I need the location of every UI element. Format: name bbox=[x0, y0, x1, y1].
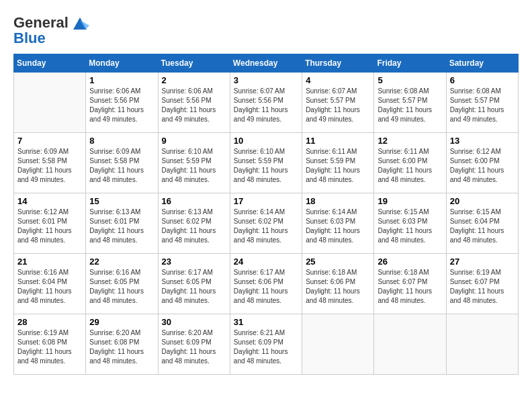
day-number: 26 bbox=[378, 257, 442, 267]
calendar-header: SundayMondayTuesdayWednesdayThursdayFrid… bbox=[14, 54, 519, 73]
day-number: 21 bbox=[17, 257, 82, 267]
logo-icon bbox=[71, 13, 89, 32]
calendar-cell: 19Sunrise: 6:15 AMSunset: 6:03 PMDayligh… bbox=[374, 193, 446, 254]
day-info: Sunrise: 6:13 AMSunset: 6:02 PMDaylight:… bbox=[162, 208, 226, 245]
calendar-cell: 18Sunrise: 6:14 AMSunset: 6:03 PMDayligh… bbox=[302, 193, 374, 254]
day-number: 9 bbox=[162, 136, 226, 146]
day-info: Sunrise: 6:18 AMSunset: 6:07 PMDaylight:… bbox=[378, 268, 442, 306]
day-info: Sunrise: 6:17 AMSunset: 6:05 PMDaylight:… bbox=[162, 268, 226, 306]
day-info: Sunrise: 6:21 AMSunset: 6:09 PMDaylight:… bbox=[234, 328, 298, 366]
day-info: Sunrise: 6:09 AMSunset: 5:58 PMDaylight:… bbox=[17, 147, 82, 185]
day-info: Sunrise: 6:17 AMSunset: 6:06 PMDaylight:… bbox=[234, 268, 298, 306]
calendar-cell: 8Sunrise: 6:09 AMSunset: 5:58 PMDaylight… bbox=[86, 133, 158, 193]
day-number: 2 bbox=[162, 75, 226, 85]
calendar-cell: 29Sunrise: 6:20 AMSunset: 6:08 PMDayligh… bbox=[86, 314, 158, 375]
calendar-cell: 27Sunrise: 6:19 AMSunset: 6:07 PMDayligh… bbox=[446, 254, 518, 314]
calendar-cell: 10Sunrise: 6:10 AMSunset: 5:59 PMDayligh… bbox=[230, 133, 302, 193]
weekday-header-thursday: Thursday bbox=[302, 54, 374, 73]
calendar-cell: 11Sunrise: 6:11 AMSunset: 5:59 PMDayligh… bbox=[302, 133, 374, 193]
day-number: 29 bbox=[89, 317, 154, 327]
calendar-cell bbox=[446, 314, 518, 375]
day-info: Sunrise: 6:15 AMSunset: 6:04 PMDaylight:… bbox=[450, 208, 515, 245]
weekday-header-friday: Friday bbox=[374, 54, 446, 73]
calendar-cell bbox=[374, 314, 446, 375]
day-info: Sunrise: 6:11 AMSunset: 5:59 PMDaylight:… bbox=[306, 147, 370, 185]
weekday-header-wednesday: Wednesday bbox=[230, 54, 302, 73]
day-number: 31 bbox=[234, 317, 298, 327]
weekday-header-sunday: Sunday bbox=[14, 54, 86, 73]
calendar-cell: 5Sunrise: 6:08 AMSunset: 5:57 PMDaylight… bbox=[374, 73, 446, 133]
day-number: 15 bbox=[89, 196, 154, 206]
day-number: 30 bbox=[162, 317, 226, 327]
calendar-cell: 15Sunrise: 6:13 AMSunset: 6:01 PMDayligh… bbox=[86, 193, 158, 254]
day-info: Sunrise: 6:11 AMSunset: 6:00 PMDaylight:… bbox=[378, 147, 442, 185]
calendar-cell: 1Sunrise: 6:06 AMSunset: 5:56 PMDaylight… bbox=[86, 73, 158, 133]
day-number: 19 bbox=[378, 196, 442, 206]
weekday-header-saturday: Saturday bbox=[446, 54, 518, 73]
calendar-cell: 22Sunrise: 6:16 AMSunset: 6:05 PMDayligh… bbox=[86, 254, 158, 314]
day-info: Sunrise: 6:15 AMSunset: 6:03 PMDaylight:… bbox=[378, 208, 442, 245]
day-info: Sunrise: 6:09 AMSunset: 5:58 PMDaylight:… bbox=[89, 147, 154, 185]
day-number: 13 bbox=[450, 136, 515, 146]
day-number: 11 bbox=[306, 136, 370, 146]
day-number: 18 bbox=[306, 196, 370, 206]
day-number: 3 bbox=[234, 75, 298, 85]
calendar-cell: 28Sunrise: 6:19 AMSunset: 6:08 PMDayligh… bbox=[14, 314, 86, 375]
calendar-cell: 21Sunrise: 6:16 AMSunset: 6:04 PMDayligh… bbox=[14, 254, 86, 314]
day-info: Sunrise: 6:16 AMSunset: 6:04 PMDaylight:… bbox=[17, 268, 82, 306]
calendar-cell: 3Sunrise: 6:07 AMSunset: 5:56 PMDaylight… bbox=[230, 73, 302, 133]
day-info: Sunrise: 6:12 AMSunset: 6:00 PMDaylight:… bbox=[450, 147, 515, 185]
calendar-cell: 12Sunrise: 6:11 AMSunset: 6:00 PMDayligh… bbox=[374, 133, 446, 193]
day-number: 12 bbox=[378, 136, 442, 146]
day-info: Sunrise: 6:06 AMSunset: 5:56 PMDaylight:… bbox=[162, 87, 226, 124]
calendar-cell: 14Sunrise: 6:12 AMSunset: 6:01 PMDayligh… bbox=[14, 193, 86, 254]
calendar-cell: 17Sunrise: 6:14 AMSunset: 6:02 PMDayligh… bbox=[230, 193, 302, 254]
calendar-cell: 24Sunrise: 6:17 AMSunset: 6:06 PMDayligh… bbox=[230, 254, 302, 314]
calendar-cell: 9Sunrise: 6:10 AMSunset: 5:59 PMDaylight… bbox=[158, 133, 230, 193]
day-info: Sunrise: 6:13 AMSunset: 6:01 PMDaylight:… bbox=[89, 208, 154, 245]
day-number: 16 bbox=[162, 196, 226, 206]
day-number: 7 bbox=[17, 136, 82, 146]
day-info: Sunrise: 6:16 AMSunset: 6:05 PMDaylight:… bbox=[89, 268, 154, 306]
calendar-cell: 20Sunrise: 6:15 AMSunset: 6:04 PMDayligh… bbox=[446, 193, 518, 254]
day-number: 14 bbox=[17, 196, 82, 206]
weekday-header-monday: Monday bbox=[86, 54, 158, 73]
page-header: General Blue bbox=[13, 13, 519, 47]
day-info: Sunrise: 6:19 AMSunset: 6:08 PMDaylight:… bbox=[17, 328, 82, 366]
day-number: 4 bbox=[306, 75, 370, 85]
day-info: Sunrise: 6:07 AMSunset: 5:56 PMDaylight:… bbox=[234, 87, 298, 124]
day-info: Sunrise: 6:06 AMSunset: 5:56 PMDaylight:… bbox=[89, 87, 154, 124]
day-info: Sunrise: 6:08 AMSunset: 5:57 PMDaylight:… bbox=[450, 87, 515, 124]
day-number: 10 bbox=[234, 136, 298, 146]
calendar-cell: 7Sunrise: 6:09 AMSunset: 5:58 PMDaylight… bbox=[14, 133, 86, 193]
calendar-cell: 31Sunrise: 6:21 AMSunset: 6:09 PMDayligh… bbox=[230, 314, 302, 375]
calendar-cell: 25Sunrise: 6:18 AMSunset: 6:06 PMDayligh… bbox=[302, 254, 374, 314]
day-info: Sunrise: 6:12 AMSunset: 6:01 PMDaylight:… bbox=[17, 208, 82, 245]
day-number: 25 bbox=[306, 257, 370, 267]
day-info: Sunrise: 6:20 AMSunset: 6:08 PMDaylight:… bbox=[89, 328, 154, 366]
calendar-cell: 2Sunrise: 6:06 AMSunset: 5:56 PMDaylight… bbox=[158, 73, 230, 133]
day-info: Sunrise: 6:07 AMSunset: 5:57 PMDaylight:… bbox=[306, 87, 370, 124]
calendar-cell: 30Sunrise: 6:20 AMSunset: 6:09 PMDayligh… bbox=[158, 314, 230, 375]
calendar-cell: 26Sunrise: 6:18 AMSunset: 6:07 PMDayligh… bbox=[374, 254, 446, 314]
day-number: 1 bbox=[89, 75, 154, 85]
calendar-cell: 13Sunrise: 6:12 AMSunset: 6:00 PMDayligh… bbox=[446, 133, 518, 193]
logo: General Blue bbox=[13, 13, 89, 47]
day-number: 20 bbox=[450, 196, 515, 206]
day-number: 24 bbox=[234, 257, 298, 267]
day-number: 5 bbox=[378, 75, 442, 85]
day-number: 28 bbox=[17, 317, 82, 327]
calendar-cell bbox=[14, 73, 86, 133]
calendar-cell: 23Sunrise: 6:17 AMSunset: 6:05 PMDayligh… bbox=[158, 254, 230, 314]
calendar-cell: 6Sunrise: 6:08 AMSunset: 5:57 PMDaylight… bbox=[446, 73, 518, 133]
day-number: 27 bbox=[450, 257, 515, 267]
day-info: Sunrise: 6:20 AMSunset: 6:09 PMDaylight:… bbox=[162, 328, 226, 366]
day-number: 23 bbox=[162, 257, 226, 267]
day-info: Sunrise: 6:14 AMSunset: 6:03 PMDaylight:… bbox=[306, 208, 370, 245]
day-info: Sunrise: 6:10 AMSunset: 5:59 PMDaylight:… bbox=[162, 147, 226, 185]
calendar-cell bbox=[302, 314, 374, 375]
day-info: Sunrise: 6:10 AMSunset: 5:59 PMDaylight:… bbox=[234, 147, 298, 185]
day-number: 6 bbox=[450, 75, 515, 85]
calendar-cell: 16Sunrise: 6:13 AMSunset: 6:02 PMDayligh… bbox=[158, 193, 230, 254]
weekday-header-tuesday: Tuesday bbox=[158, 54, 230, 73]
